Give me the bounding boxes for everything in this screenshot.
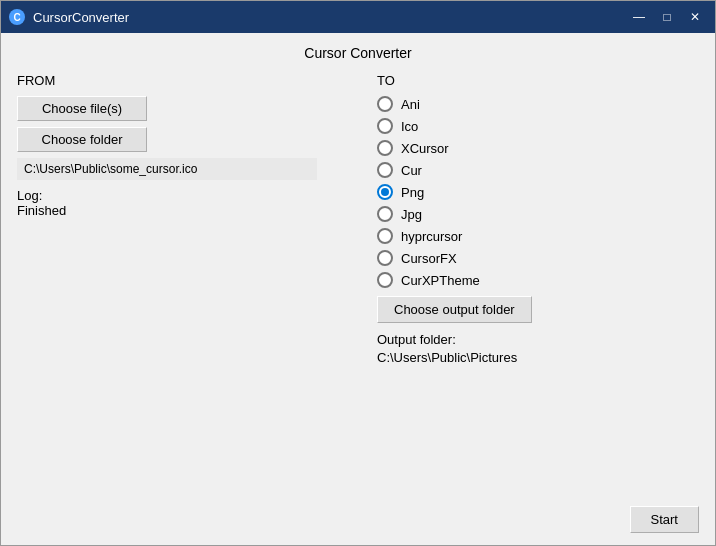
title-bar-title: CursorConverter bbox=[33, 10, 627, 25]
title-bar: C CursorConverter — □ ✕ bbox=[1, 1, 715, 33]
window-controls: — □ ✕ bbox=[627, 7, 707, 27]
radio-label-cursorfx: CursorFX bbox=[401, 251, 457, 266]
choose-output-folder-button[interactable]: Choose output folder bbox=[377, 296, 532, 323]
from-header: FROM bbox=[17, 73, 357, 88]
radio-label-png: Png bbox=[401, 185, 424, 200]
maximize-button[interactable]: □ bbox=[655, 7, 679, 27]
radio-item-ico[interactable]: Ico bbox=[377, 118, 699, 134]
log-label: Log: bbox=[17, 188, 357, 203]
radio-label-ico: Ico bbox=[401, 119, 418, 134]
radio-item-jpg[interactable]: Jpg bbox=[377, 206, 699, 222]
radio-label-jpg: Jpg bbox=[401, 207, 422, 222]
start-button[interactable]: Start bbox=[630, 506, 699, 533]
to-section: TO Ani Ico XCursor bbox=[357, 73, 699, 533]
radio-label-xcursor: XCursor bbox=[401, 141, 449, 156]
radio-item-cur[interactable]: Cur bbox=[377, 162, 699, 178]
output-folder-label: Output folder: bbox=[377, 332, 456, 347]
radio-png[interactable] bbox=[377, 184, 393, 200]
radio-label-hyprcursor: hyprcursor bbox=[401, 229, 462, 244]
radio-label-ani: Ani bbox=[401, 97, 420, 112]
close-button[interactable]: ✕ bbox=[683, 7, 707, 27]
radio-cursorfx[interactable] bbox=[377, 250, 393, 266]
minimize-button[interactable]: — bbox=[627, 7, 651, 27]
choose-folder-button[interactable]: Choose folder bbox=[17, 127, 147, 152]
radio-item-png[interactable]: Png bbox=[377, 184, 699, 200]
from-section: FROM Choose file(s) Choose folder C:\Use… bbox=[17, 73, 357, 533]
app-icon: C bbox=[9, 9, 25, 25]
radio-hyprcursor[interactable] bbox=[377, 228, 393, 244]
radio-label-cur: Cur bbox=[401, 163, 422, 178]
radio-item-cursorfx[interactable]: CursorFX bbox=[377, 250, 699, 266]
radio-jpg[interactable] bbox=[377, 206, 393, 222]
radio-ico[interactable] bbox=[377, 118, 393, 134]
radio-item-hyprcursor[interactable]: hyprcursor bbox=[377, 228, 699, 244]
format-radio-group: Ani Ico XCursor Cur bbox=[377, 96, 699, 288]
radio-cur[interactable] bbox=[377, 162, 393, 178]
app-title: Cursor Converter bbox=[17, 45, 699, 61]
main-content: Cursor Converter FROM Choose file(s) Cho… bbox=[1, 33, 715, 545]
radio-item-ani[interactable]: Ani bbox=[377, 96, 699, 112]
radio-xcursor[interactable] bbox=[377, 140, 393, 156]
log-value: Finished bbox=[17, 203, 357, 218]
selected-file-path: C:\Users\Public\some_cursor.ico bbox=[17, 158, 317, 180]
choose-files-button[interactable]: Choose file(s) bbox=[17, 96, 147, 121]
top-row: FROM Choose file(s) Choose folder C:\Use… bbox=[17, 73, 699, 533]
app-window: C CursorConverter — □ ✕ Cursor Converter… bbox=[0, 0, 716, 546]
radio-item-curxptheme[interactable]: CurXPTheme bbox=[377, 272, 699, 288]
output-folder-display: Output folder: C:\Users\Public\Pictures bbox=[377, 331, 699, 367]
radio-label-curxptheme: CurXPTheme bbox=[401, 273, 480, 288]
radio-ani[interactable] bbox=[377, 96, 393, 112]
to-header: TO bbox=[377, 73, 699, 88]
radio-curxptheme[interactable] bbox=[377, 272, 393, 288]
layout-area: FROM Choose file(s) Choose folder C:\Use… bbox=[17, 73, 699, 533]
log-section: Log: Finished bbox=[17, 180, 357, 218]
radio-item-xcursor[interactable]: XCursor bbox=[377, 140, 699, 156]
output-folder-path: C:\Users\Public\Pictures bbox=[377, 350, 517, 365]
